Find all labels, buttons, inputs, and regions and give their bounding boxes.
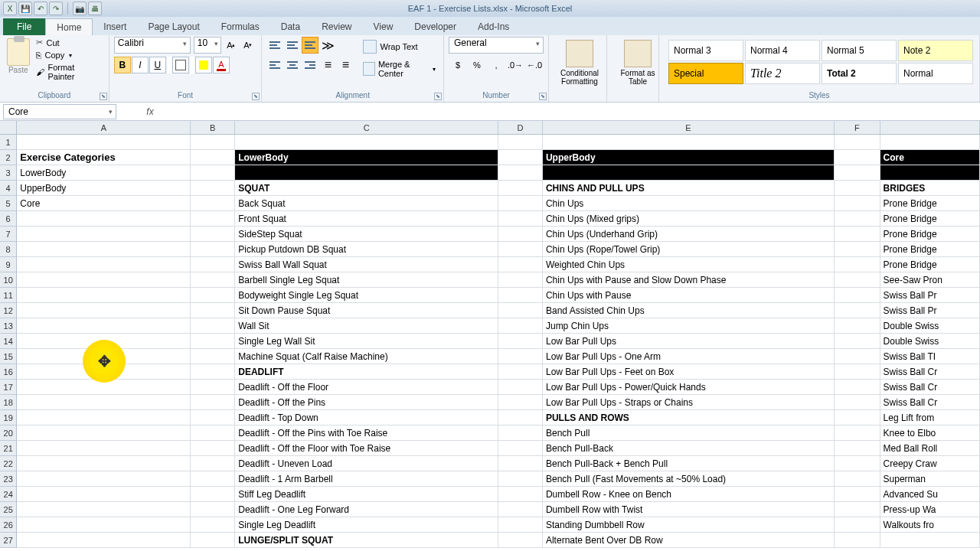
decrease-font-icon[interactable]: A▾: [241, 38, 255, 52]
cell[interactable]: [191, 165, 235, 181]
row-header[interactable]: 22: [0, 456, 17, 471]
cell[interactable]: [498, 364, 543, 380]
orientation-icon[interactable]: ≫: [319, 37, 336, 54]
cell[interactable]: See-Saw Pron: [880, 272, 980, 288]
cell[interactable]: [17, 425, 191, 441]
cell[interactable]: [498, 135, 543, 150]
cell[interactable]: [835, 303, 880, 318]
cell[interactable]: Low Bar Pull Ups - One Arm: [543, 349, 835, 364]
cell[interactable]: Swiss Ball Cr: [880, 395, 980, 410]
cell[interactable]: [17, 441, 191, 456]
cell[interactable]: Jump Chin Ups: [543, 318, 835, 334]
spreadsheet-grid[interactable]: A B C D E F 12Exercise CategoriesLowerBo…: [0, 121, 980, 551]
paste-button[interactable]: Paste: [5, 37, 31, 90]
row-header[interactable]: 5: [0, 196, 17, 211]
cell[interactable]: Prone Bridge: [880, 196, 980, 211]
row-header[interactable]: 23: [0, 471, 17, 487]
row-header[interactable]: 4: [0, 181, 17, 196]
clipboard-expand-icon[interactable]: ⬊: [100, 93, 107, 100]
align-center-icon[interactable]: [284, 57, 301, 73]
cell[interactable]: [498, 242, 543, 257]
copy-button[interactable]: ⎘Copy▾: [34, 50, 103, 60]
comma-icon[interactable]: ,: [487, 57, 505, 73]
cell[interactable]: Low Bar Pull Ups - Power/Quick Hands: [543, 380, 835, 395]
style-total2[interactable]: Total 2: [822, 63, 897, 84]
row-header[interactable]: 3: [0, 165, 17, 181]
tab-formulas[interactable]: Formulas: [211, 18, 270, 35]
style-normal4[interactable]: Normal 4: [745, 40, 820, 61]
tab-developer[interactable]: Developer: [403, 18, 467, 35]
cell[interactable]: Front Squat: [235, 211, 498, 227]
percent-icon[interactable]: %: [468, 57, 486, 73]
cell[interactable]: Walkouts fro: [880, 517, 980, 533]
cell[interactable]: Wall Sit: [235, 318, 498, 334]
align-bottom-icon[interactable]: [302, 37, 318, 54]
cell[interactable]: [835, 441, 880, 456]
cell[interactable]: [191, 196, 235, 211]
cell[interactable]: [17, 533, 191, 548]
row-header[interactable]: 27: [0, 533, 17, 548]
cell[interactable]: Deadlift - 1 Arm Barbell: [235, 471, 498, 487]
cell[interactable]: [17, 517, 191, 533]
cell[interactable]: [17, 502, 191, 517]
cell[interactable]: Single Leg Deadlift: [235, 517, 498, 533]
format-painter-button[interactable]: 🖌Format Painter: [34, 62, 103, 82]
cell[interactable]: [835, 349, 880, 364]
cell[interactable]: [191, 349, 235, 364]
italic-button[interactable]: I: [132, 57, 149, 73]
cell[interactable]: [191, 272, 235, 288]
cell[interactable]: Low Bar Pull Ups - Feet on Box: [543, 364, 835, 380]
row-header[interactable]: 25: [0, 502, 17, 517]
row-header[interactable]: 17: [0, 380, 17, 395]
cell[interactable]: LUNGE/SPLIT SQUAT: [235, 533, 498, 548]
cell[interactable]: Prone Bridge: [880, 242, 980, 257]
cell[interactable]: Swiss Ball Pr: [880, 303, 980, 318]
cell[interactable]: [498, 211, 543, 227]
increase-font-icon[interactable]: A▴: [224, 38, 238, 52]
currency-icon[interactable]: $: [449, 57, 467, 73]
cell[interactable]: Press-up Wa: [880, 502, 980, 517]
cell[interactable]: [17, 318, 191, 334]
wrap-text-button[interactable]: Wrap Text: [360, 38, 439, 55]
conditional-formatting-button[interactable]: Conditional Formatting: [554, 37, 606, 86]
cell[interactable]: [835, 150, 880, 165]
cell[interactable]: Core: [880, 150, 980, 165]
bold-button[interactable]: B: [114, 57, 131, 73]
cell[interactable]: [498, 349, 543, 364]
decrease-indent-icon[interactable]: ≡: [319, 57, 336, 73]
cell[interactable]: Weighted Chin Ups: [543, 257, 835, 272]
merge-center-button[interactable]: Merge & Center▾: [360, 58, 439, 80]
font-color-button[interactable]: A: [213, 57, 230, 73]
cell[interactable]: [191, 303, 235, 318]
cell[interactable]: Deadlift - Uneven Load: [235, 456, 498, 471]
cell[interactable]: [191, 380, 235, 395]
align-right-icon[interactable]: [302, 57, 318, 73]
cell[interactable]: Double Swiss: [880, 318, 980, 334]
cell[interactable]: [17, 456, 191, 471]
alignment-expand-icon[interactable]: ⬊: [434, 93, 442, 100]
style-normal5[interactable]: Normal 5: [822, 40, 897, 61]
col-header-C[interactable]: C: [235, 121, 498, 134]
cell[interactable]: Chin Ups with Pause and Slow Down Phase: [543, 272, 835, 288]
cell[interactable]: Chin Ups (Underhand Grip): [543, 227, 835, 242]
cell[interactable]: DEADLIFT: [235, 364, 498, 380]
cell[interactable]: [191, 288, 235, 303]
cell[interactable]: Dumbell Row - Knee on Bench: [543, 487, 835, 502]
cell[interactable]: [835, 181, 880, 196]
cell[interactable]: Low Bar Pull Ups: [543, 334, 835, 349]
cell[interactable]: Chin Ups: [543, 196, 835, 211]
cell[interactable]: [498, 487, 543, 502]
cell[interactable]: Leg Lift from: [880, 410, 980, 425]
cell[interactable]: [191, 441, 235, 456]
style-title2[interactable]: Title 2: [745, 63, 820, 84]
cell[interactable]: [498, 533, 543, 548]
cell[interactable]: Prone Bridge: [880, 257, 980, 272]
col-header-E[interactable]: E: [543, 121, 835, 134]
align-left-icon[interactable]: [266, 57, 283, 73]
cell[interactable]: [880, 533, 980, 548]
col-header-F[interactable]: F: [835, 121, 880, 134]
cell[interactable]: PULLS AND ROWS: [543, 410, 835, 425]
cell[interactable]: [835, 425, 880, 441]
cell[interactable]: Swiss Ball Cr: [880, 380, 980, 395]
undo-icon[interactable]: ↶: [34, 2, 47, 15]
